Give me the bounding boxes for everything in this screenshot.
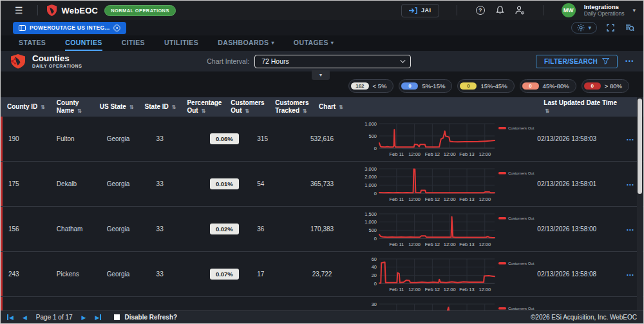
chart-interval-label: Chart Interval: <box>207 57 249 65</box>
outage-legend: 162 < 5% 0 5%-15% 0 15%-45% 0 45%-80% 0 … <box>348 79 629 93</box>
disable-refresh-label: Disable Refresh? <box>124 314 177 321</box>
view-tabs: STATES COUNTIES CITIES UTILITIES DASHBOA… <box>1 35 643 51</box>
fullscreen-icon[interactable] <box>605 22 616 33</box>
help-icon[interactable]: ? <box>475 5 486 16</box>
county-name: Dekalb <box>50 180 100 187</box>
percentage-out: 0.07% <box>199 269 249 280</box>
page-more-actions-icon[interactable]: ••• <box>625 58 634 64</box>
sign-in-icon <box>409 7 417 14</box>
first-page-button[interactable]: ◀ <box>7 314 14 321</box>
svg-text:12:00: 12:00 <box>408 196 421 202</box>
tab-dashboards[interactable]: DASHBOARDS▾ <box>218 35 274 51</box>
notifications-bell-icon[interactable] <box>495 5 506 16</box>
svg-text:1,500: 1,500 <box>365 211 377 217</box>
col-county-id[interactable]: County ID ⇅ <box>1 103 50 111</box>
tab-outages[interactable]: OUTAGES▾ <box>294 35 334 51</box>
tab-states[interactable]: STATES <box>19 35 46 51</box>
row-more-actions-icon[interactable]: ••• <box>627 272 634 278</box>
outage-chart: Feb 1112:00Feb 1212:00Feb 1312:001,00050… <box>351 117 537 161</box>
percentage-out: 0.06% <box>199 133 249 144</box>
col-state-id[interactable]: State ID ⇅ <box>138 103 181 111</box>
filter-search-button[interactable]: FILTER/SEARCH <box>536 55 618 68</box>
col-us-state[interactable]: US State ⇅ <box>93 103 138 111</box>
collapse-toggle[interactable]: ▾ <box>312 70 330 80</box>
jai-button-label: JAI <box>421 7 431 14</box>
chart-interval-select[interactable]: 72 Hours <box>254 55 411 68</box>
table-row: 175 Dekalb Georgia 33 0.01% 54 365,733 F… <box>1 162 643 207</box>
user-org: Integrations <box>584 4 625 11</box>
svg-text:12:00: 12:00 <box>408 151 421 157</box>
close-icon[interactable] <box>113 24 120 32</box>
board-search-icon[interactable] <box>624 22 636 33</box>
row-more-actions-icon[interactable]: ••• <box>627 182 634 187</box>
hamburger-menu-icon[interactable]: ☰ <box>10 5 28 15</box>
tab-cities[interactable]: CITIES <box>122 35 145 51</box>
outage-chart: Feb 1112:00Feb 1212:00Feb 1312:006040200… <box>351 252 537 296</box>
outage-chart: Feb 1112:00Feb 1212:00Feb 1312:001,5001,… <box>351 207 537 251</box>
page-titles: Counties DAILY OPERATIONS <box>32 54 82 69</box>
row-status-stripe <box>1 297 3 312</box>
disable-refresh-control: Disable Refresh? <box>114 314 177 321</box>
row-more-actions-icon[interactable]: ••• <box>627 227 634 233</box>
state-id: 33 <box>150 135 200 142</box>
user-avatar[interactable]: MW <box>562 3 576 17</box>
page-title: Counties <box>32 54 82 64</box>
legend-item-45-80: 0 45%-80% <box>520 79 576 93</box>
percentage-out: 0.02% <box>199 224 249 234</box>
board-tab-poweroutage[interactable]: POWEROUTAGE US INTEG... <box>13 22 126 34</box>
outage-chart: Feb 1112:00Feb 1212:00Feb 1312:0030Custo… <box>351 297 537 312</box>
us-state: Georgia <box>100 225 150 233</box>
last-updated: 02/13/2026 13:58:01 <box>537 180 624 187</box>
state-id: 33 <box>150 180 200 187</box>
vertical-scrollbar[interactable] <box>637 97 643 312</box>
disable-refresh-checkbox[interactable] <box>114 314 120 320</box>
page-subtitle: DAILY OPERATIONS <box>32 64 82 69</box>
svg-text:12:00: 12:00 <box>478 287 491 292</box>
svg-text:0: 0 <box>374 281 377 287</box>
svg-text:12:00: 12:00 <box>444 242 456 247</box>
board-settings-button[interactable]: ▾ <box>571 22 597 33</box>
col-customers-tracked[interactable]: Customers Tracked ⇅ <box>269 99 312 115</box>
svg-text:Feb 11: Feb 11 <box>389 242 404 247</box>
svg-text:0: 0 <box>374 146 377 151</box>
col-percentage-out[interactable]: Percentage Out ⇅ <box>180 99 224 115</box>
sort-icon: ⇅ <box>303 108 307 114</box>
county-name: Pickens <box>50 271 100 278</box>
svg-text:12:00: 12:00 <box>444 287 456 292</box>
svg-text:1,000: 1,000 <box>365 182 377 188</box>
row-status-stripe <box>1 252 3 296</box>
state-id: 33 <box>150 271 200 278</box>
user-settings-icon[interactable] <box>515 5 526 16</box>
svg-text:Feb 13: Feb 13 <box>459 196 474 202</box>
scrollbar-thumb[interactable] <box>638 99 642 194</box>
svg-text:0: 0 <box>374 191 377 196</box>
percentage-badge: 0.07% <box>210 269 239 280</box>
row-status-stripe <box>1 117 3 161</box>
col-last-updated[interactable]: Last Updated Date Time ⇅ <box>537 99 624 115</box>
jai-button[interactable]: JAI <box>401 4 439 17</box>
customers-tracked: 365,733 <box>293 180 351 187</box>
row-more-actions-icon[interactable]: ••• <box>627 137 634 142</box>
col-chart[interactable]: Chart ⇅ <box>312 103 537 111</box>
county-name: Chatham <box>50 225 100 233</box>
previous-page-button[interactable]: ◀ <box>23 314 27 321</box>
customers-out: 17 <box>249 271 293 278</box>
last-page-button[interactable]: ▶ <box>95 314 101 321</box>
svg-text:Customers Out: Customers Out <box>508 216 535 220</box>
tab-counties[interactable]: COUNTIES <box>65 35 102 51</box>
boards-bar: POWEROUTAGE US INTEG... ▾ <box>1 20 643 35</box>
next-page-button[interactable]: ▶ <box>82 314 86 321</box>
last-updated: 02/13/2026 13:58:08 <box>537 271 624 278</box>
tab-utilities[interactable]: UTILITIES <box>164 35 198 51</box>
legend-item-5-15: 0 5%-15% <box>399 79 452 93</box>
col-customers-out[interactable]: Customers Out ⇅ <box>224 99 269 115</box>
svg-text:12:00: 12:00 <box>444 151 456 157</box>
filter-funnel-icon <box>602 58 609 64</box>
legend-count-badge: 162 <box>351 82 368 90</box>
counties-board-logo-icon <box>10 53 26 69</box>
chevron-down-icon[interactable]: ▾ <box>632 7 636 14</box>
row-status-stripe <box>1 162 3 206</box>
percentage-badge: 0.01% <box>210 178 239 189</box>
user-meta[interactable]: Integrations Daily Operations <box>584 4 625 17</box>
col-county-name[interactable]: County Name ⇅ <box>50 99 93 115</box>
